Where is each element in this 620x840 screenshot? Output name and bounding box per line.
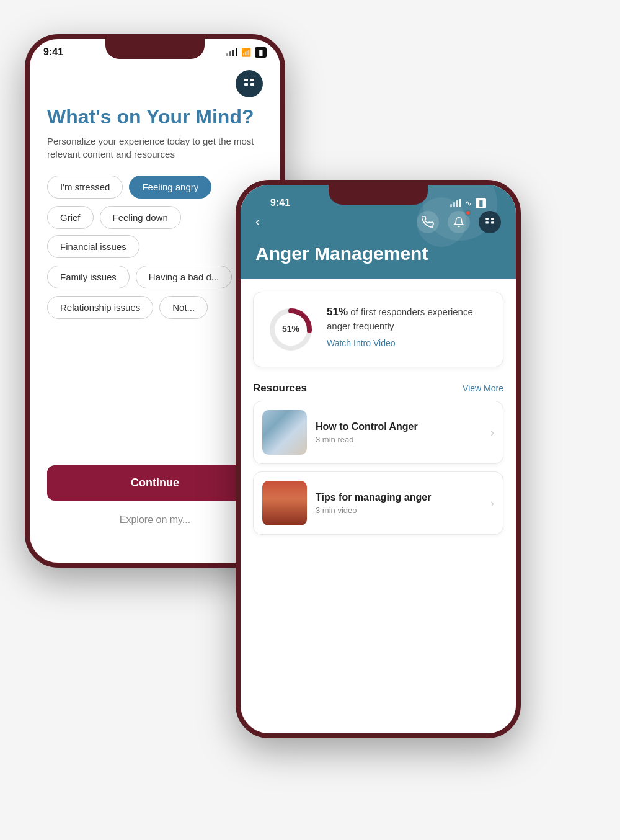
main-content: 51% 51% of first responders experience a…	[241, 292, 516, 535]
subtitle-1: Personalize your experience today to get…	[47, 135, 263, 161]
page-title-2: Anger Management	[255, 243, 501, 264]
chevron-icon-1: ›	[490, 426, 494, 439]
notch-2	[329, 185, 428, 205]
time-2: 9:41	[270, 197, 290, 208]
stat-description: 51% of first responders experience anger…	[327, 305, 490, 333]
pill-not[interactable]: Not...	[159, 296, 208, 319]
svg-rect-5	[491, 218, 494, 220]
screen-2: 9:41 ∿ ▮ ‹	[241, 185, 516, 733]
back-button[interactable]: ‹	[255, 214, 260, 230]
pill-grief[interactable]: Grief	[47, 206, 94, 229]
stats-card: 51% 51% of first responders experience a…	[253, 292, 503, 367]
signal-icon	[226, 48, 237, 56]
notch-1	[105, 39, 205, 59]
resource-info-1: How to Control Anger 3 min read	[316, 421, 482, 444]
pills-row-4: Relationship issues Not...	[47, 296, 263, 319]
resource-card-2[interactable]: Tips for managing anger 3 min video ›	[253, 471, 503, 535]
stat-number: 51%	[327, 306, 348, 318]
resource-info-2: Tips for managing anger 3 min video	[316, 492, 482, 515]
phone-call-button[interactable]	[417, 211, 439, 233]
resource-card-1[interactable]: How to Control Anger 3 min read ›	[253, 401, 503, 464]
avatar-button-1[interactable]	[236, 70, 263, 97]
svg-rect-1	[250, 79, 254, 81]
pills-row-2: Grief Feeling down Financial issues	[47, 206, 263, 258]
phone1-header-row	[47, 70, 263, 97]
nav-row: ‹	[255, 211, 501, 233]
resource-title-1: How to Control Anger	[316, 421, 482, 432]
pill-relationship[interactable]: Relationship issues	[47, 296, 153, 319]
resources-title: Resources	[253, 382, 307, 395]
battery-icon: ▮	[255, 47, 267, 58]
wifi-icon: 📶	[241, 48, 251, 57]
pill-family[interactable]: Family issues	[47, 266, 130, 288]
resource-meta-1: 3 min read	[316, 435, 482, 444]
resource-meta-2: 3 min video	[316, 506, 482, 515]
pill-angry[interactable]: Feeling angry	[129, 176, 211, 199]
pill-bad-day[interactable]: Having a bad d...	[136, 266, 232, 288]
stat-text: of first responders experience anger fre…	[327, 306, 473, 331]
svg-rect-4	[485, 218, 489, 220]
pill-down[interactable]: Feeling down	[100, 206, 181, 229]
nav-icons	[417, 211, 501, 233]
svg-rect-0	[244, 79, 248, 81]
pills-row-3: Family issues Having a bad d...	[47, 266, 263, 288]
chevron-icon-2: ›	[490, 497, 494, 510]
svg-rect-2	[244, 83, 248, 86]
status-icons-1: 📶 ▮	[226, 47, 267, 58]
page-title-1: What's on Your Mind?	[47, 105, 263, 128]
continue-button[interactable]: Continue	[47, 465, 263, 501]
pill-financial[interactable]: Financial issues	[47, 235, 140, 258]
stats-text: 51% of first responders experience anger…	[327, 305, 490, 349]
resource-title-2: Tips for managing anger	[316, 492, 482, 503]
pills-row-1: I'm stressed Feeling angry	[47, 176, 263, 199]
view-more-link[interactable]: View More	[463, 383, 503, 393]
svg-text:51%: 51%	[282, 324, 300, 334]
watch-intro-link[interactable]: Watch Intro Video	[327, 338, 396, 348]
svg-rect-3	[250, 83, 254, 86]
resources-section-header: Resources View More	[241, 377, 516, 401]
donut-chart: 51%	[266, 305, 316, 354]
phone-2: 9:41 ∿ ▮ ‹	[236, 180, 521, 738]
svg-rect-7	[491, 221, 494, 223]
time-1: 9:41	[43, 47, 63, 58]
pill-stressed[interactable]: I'm stressed	[47, 176, 123, 199]
notification-badge	[465, 210, 471, 216]
resource-thumb-1	[262, 410, 307, 455]
avatar-button-2[interactable]	[479, 211, 501, 233]
svg-rect-6	[485, 221, 489, 223]
resource-thumb-2	[262, 481, 307, 525]
bell-button[interactable]	[448, 211, 470, 233]
